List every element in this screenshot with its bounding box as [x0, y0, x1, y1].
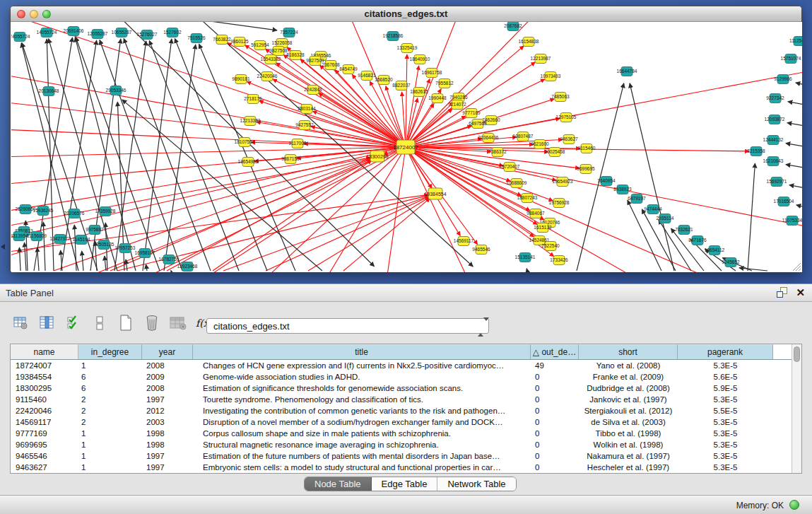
citation-edge-black[interactable] — [630, 83, 674, 271]
show-columns-icon[interactable] — [39, 315, 56, 332]
graph-node[interactable]: 8215358 — [747, 147, 765, 156]
graph-node[interactable]: 12505135 — [94, 240, 114, 250]
graph-node[interactable]: 1733426 — [550, 256, 568, 265]
graph-node[interactable]: 13325419 — [397, 44, 418, 53]
graph-node[interactable]: 18724007 — [393, 140, 418, 154]
table-row[interactable]: 969969511998Structural magnetic resonanc… — [11, 439, 792, 450]
graph-node[interactable]: 15936245 — [33, 206, 54, 216]
citation-edge-black[interactable] — [748, 163, 755, 271]
graph-node[interactable]: 17016504 — [774, 197, 794, 206]
graph-node[interactable]: 20364436 — [478, 134, 499, 143]
citation-edge-red[interactable] — [11, 128, 406, 147]
select-rows-icon[interactable] — [65, 315, 82, 332]
citation-edge-black[interactable] — [796, 83, 802, 89]
new-table-icon[interactable] — [117, 315, 134, 332]
tab-node-table[interactable]: Node Table — [305, 477, 372, 491]
graph-node[interactable]: 6479197 — [628, 194, 646, 204]
graph-node[interactable]: 18640910 — [410, 55, 430, 64]
graph-node[interactable]: 9463627 — [560, 135, 578, 144]
table-row[interactable]: 1456911722003Disruption of a novel membe… — [11, 416, 792, 428]
graph-node[interactable]: 7663822 — [213, 35, 231, 45]
citation-edge-black[interactable] — [789, 185, 802, 192]
table-selector-dropdown[interactable]: citations_edges.txt — [206, 318, 489, 334]
graph-node[interactable]: 9465546 — [472, 245, 490, 255]
graph-node[interactable]: 1862615 — [410, 88, 428, 97]
graph-node[interactable]: 9115460 — [578, 144, 596, 153]
citation-edge-black[interactable] — [787, 123, 802, 129]
table-row[interactable]: 1938455462009Genome-wide association stu… — [11, 371, 792, 382]
graph-node[interactable]: 12055287 — [88, 30, 108, 39]
tab-edge-table[interactable]: Edge Table — [372, 477, 438, 491]
graph-node[interactable]: 24055724 — [11, 33, 30, 42]
graph-node[interactable]: 9129966 — [774, 75, 792, 84]
table-row[interactable]: 1872400712008Changes of HCN gene express… — [11, 360, 792, 371]
citation-edge-red[interactable] — [266, 197, 429, 271]
float-panel-icon[interactable] — [777, 287, 787, 298]
graph-node[interactable]: 19654923 — [553, 177, 573, 187]
citation-edge-red[interactable] — [406, 54, 407, 147]
column-header-in_degree[interactable]: in_degree — [78, 344, 142, 359]
graph-node[interactable]: 7515526 — [187, 34, 206, 43]
graph-node[interactable]: 7955812 — [435, 79, 454, 88]
graph-node[interactable]: 9117008 — [289, 139, 307, 148]
window-resize-grip[interactable] — [793, 263, 801, 271]
citation-edge-red[interactable] — [406, 66, 419, 147]
graph-node[interactable]: 5912954 — [251, 41, 269, 50]
graph-node[interactable]: 9699695 — [577, 165, 595, 174]
table-row[interactable]: 2242004622012Investigating the contribut… — [11, 405, 792, 416]
graph-node[interactable]: 7357224 — [280, 28, 298, 37]
table-row[interactable]: 946554611997Estimation of the future num… — [11, 450, 792, 462]
citation-edge-red[interactable] — [406, 147, 725, 272]
graph-node[interactable]: 9860125 — [230, 37, 249, 47]
citation-edge-red[interactable] — [273, 79, 406, 147]
graph-node[interactable]: 10654112 — [705, 246, 725, 255]
graph-node[interactable]: 8454749 — [339, 65, 358, 74]
graph-node[interactable]: 2935114 — [657, 214, 674, 223]
citation-edge-black[interactable] — [796, 205, 802, 211]
graph-node[interactable]: 2718176 — [244, 95, 262, 104]
tab-network-table[interactable]: Network Table — [437, 477, 515, 491]
citation-edge-black[interactable] — [37, 247, 39, 271]
graph-node[interactable]: 11075334 — [782, 216, 802, 226]
citation-edge-black[interactable] — [577, 83, 624, 271]
network-graph[interactable]: 1872400718300295193845542405572414055724… — [11, 22, 802, 272]
column-header-title[interactable]: title — [193, 344, 531, 359]
citation-edge-black[interactable] — [786, 144, 802, 150]
graph-node[interactable]: 20206576 — [64, 209, 85, 218]
column-header-short[interactable]: short — [579, 344, 678, 359]
graph-node[interactable]: 16961758 — [422, 69, 442, 78]
graph-node[interactable]: 12975105 — [556, 113, 577, 122]
graph-node[interactable]: 16154838 — [519, 37, 539, 47]
graph-node[interactable]: 19756928 — [549, 199, 570, 208]
graph-node[interactable]: 12444132 — [763, 136, 784, 145]
graph-node[interactable]: 2087682 — [504, 22, 522, 31]
graph-node[interactable]: 9890181 — [232, 75, 250, 84]
graph-node[interactable]: 10688609 — [507, 179, 527, 188]
graph-node[interactable]: 8471676 — [688, 236, 707, 245]
graph-node[interactable]: 15720407 — [500, 163, 520, 172]
column-header-name[interactable]: name — [11, 344, 78, 359]
table-row[interactable]: 946362711997Embryonic stem cells: a mode… — [11, 462, 792, 473]
graph-node[interactable]: 1568520 — [375, 76, 393, 85]
column-header-pagerank[interactable]: pagerank — [678, 344, 773, 359]
citation-edge-black[interactable] — [526, 269, 527, 271]
table-row[interactable]: 977716911998Corpus callosum shape and si… — [11, 428, 792, 439]
graph-node[interactable]: 1990448 — [428, 94, 447, 103]
graph-node[interactable]: 20691406 — [64, 27, 84, 36]
clear-selection-icon[interactable] — [91, 315, 108, 332]
graph-node[interactable]: 1527602 — [163, 28, 182, 37]
citation-edge-black[interactable] — [74, 225, 76, 271]
network-canvas[interactable]: 1872400718300295193845542405572414055724… — [11, 22, 802, 272]
graph-node[interactable]: 19218586 — [383, 32, 404, 41]
graph-node[interactable]: 20130648 — [39, 87, 59, 96]
graph-node[interactable]: 15751074 — [781, 54, 801, 64]
citation-edge-black[interactable] — [105, 256, 106, 271]
graph-node[interactable]: 12213987 — [531, 54, 551, 64]
graph-node[interactable]: 19654985 — [238, 158, 259, 167]
graph-node[interactable]: 9227342 — [766, 94, 784, 103]
table-scrollbar-thumb[interactable] — [794, 346, 800, 362]
window-titlebar[interactable]: citations_edges.txt — [11, 6, 801, 22]
citation-edge-black[interactable] — [100, 40, 182, 271]
citation-edge-black[interactable] — [788, 102, 802, 108]
graph-node[interactable]: 9975887 — [86, 226, 104, 235]
